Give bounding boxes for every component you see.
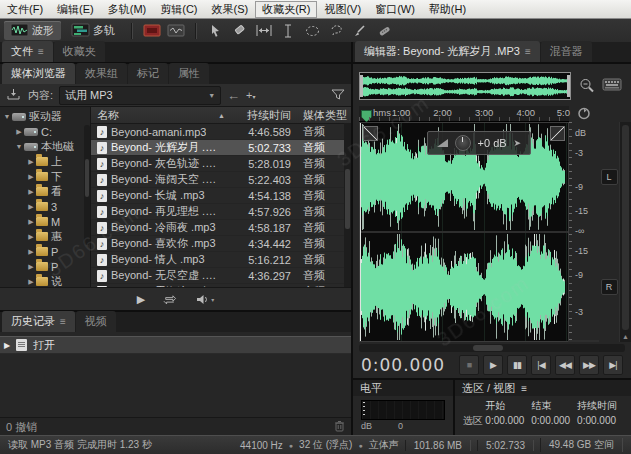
tree-disclosure-icon[interactable]: ▼ [14,143,24,150]
horizontal-scrollbar[interactable] [359,344,625,352]
timeline-ruler[interactable]: hms 1:002:003:004:005:0 [359,106,569,122]
import-icon[interactable] [6,88,22,103]
tree-item[interactable]: ▶ 看 [0,184,90,199]
zoom-icon[interactable] [579,78,595,95]
lasso-tool-icon[interactable] [326,22,346,39]
menu-item[interactable]: 编辑(E) [50,1,101,18]
menu-item[interactable]: 效果(S) [205,1,256,18]
tree-disclosure-icon[interactable]: ▶ [26,263,36,271]
media-browser-tab[interactable]: 属性 [169,63,209,84]
fade-out-handle[interactable] [550,126,565,141]
menu-item[interactable]: 收藏夹(R) [255,1,317,18]
move-tool-icon[interactable] [206,22,226,39]
menu-item[interactable]: 文件(F) [0,1,50,18]
selection-start-value[interactable]: 0:00.000 [485,415,531,426]
channel-right-waveform[interactable] [360,231,568,341]
spectral-display-icon[interactable] [142,22,162,39]
tree-disclosure-icon[interactable]: ▶ [26,158,36,166]
tree-disclosure-icon[interactable]: ▶ [26,248,36,256]
preview-play-button[interactable]: ▶ [137,293,145,306]
column-header-name[interactable]: 名称 ▲ [91,108,225,123]
menu-item[interactable]: 多轨(M) [101,1,154,18]
waveform-mode-button[interactable]: 波形 [4,21,61,40]
tree-item[interactable]: ▼ 驱动器 [0,109,90,124]
keyboard-shortcuts-icon[interactable] [603,78,621,95]
skip-to-start-button[interactable]: |◀ [531,355,551,375]
tree-item[interactable]: ▶ P [0,244,90,259]
overview-waveform[interactable] [359,72,571,100]
channel-left-button[interactable]: L [601,169,618,185]
media-browser-tab[interactable]: 媒体浏览器 [2,63,75,84]
hscroll-thumb[interactable] [473,345,502,351]
file-row[interactable]: Beyond- 长城 .mp3 4:54.138 音频 [91,188,351,204]
menu-item[interactable]: 窗口(W) [368,1,422,18]
tree-item[interactable]: ▶ 上 [0,154,90,169]
menu-item[interactable]: 帮助(H) [422,1,473,18]
fade-in-handle[interactable] [363,126,378,141]
tree-disclosure-icon[interactable]: ▶ [14,128,24,136]
tree-item[interactable]: ▶ 3 [0,199,90,214]
content-dropdown[interactable]: 试用 MP3 ▼ [59,86,221,105]
tree-item[interactable]: ▶ C: [0,124,90,139]
tree-disclosure-icon[interactable]: ▶ [26,203,36,211]
gain-knob[interactable] [455,135,471,151]
tab-mixer[interactable]: 混音器 [541,41,592,62]
fast-forward-button[interactable]: ▶▶ [579,355,599,375]
file-row[interactable]: Beyond- 冷雨夜 .mp3 4:58.187 音频 [91,220,351,236]
tree-disclosure-icon[interactable]: ▶ [26,233,36,241]
panel-menu-icon[interactable]: ≡ [521,383,527,394]
trash-icon[interactable] [334,420,345,434]
scroll-up-icon[interactable]: ▲ [622,333,629,340]
tree-disclosure-icon[interactable]: ▼ [2,113,12,120]
media-browser-tab[interactable]: 标记 [128,63,168,84]
volume-hud[interactable]: +0 dB ➤ [427,131,532,155]
tab-files[interactable]: 文件 ≡ [2,41,53,62]
file-row[interactable]: Beyond- 光辉岁月 .MP3 5:02.733 音频 [91,140,351,156]
hud-pin-icon[interactable]: ➤ [514,138,522,148]
tree-disclosure-icon[interactable]: ▶ [26,278,36,286]
file-table-scrollbar[interactable] [344,123,351,287]
selection-duration-value[interactable]: 0:00.000 [577,415,623,426]
playback-scroll-icon[interactable] [577,107,591,122]
preview-loop-button[interactable] [163,294,178,305]
pause-button[interactable]: ▮▮ [507,355,527,375]
panel-menu-icon[interactable]: ≡ [38,46,44,57]
menu-item[interactable]: 剪辑(C) [153,1,204,18]
tab-favorites[interactable]: 收藏夹 [54,41,105,62]
file-row[interactable]: Beyond- 再见理想 .mp3 4:57.926 音频 [91,204,351,220]
tab-history[interactable]: 历史记录 ≡ [2,311,75,332]
tree-item[interactable]: ▶ P [0,259,90,274]
skip-to-end-button[interactable]: ▶| [603,355,623,375]
file-row[interactable]: Beyond- 喜欢你 .mp3 4:34.442 音频 [91,236,351,252]
brush-tool-icon[interactable] [350,22,370,39]
heal-tool-icon[interactable] [374,22,394,39]
playhead-line[interactable] [360,123,361,341]
file-row[interactable]: Beyond- 情人 .mp3 5:16.212 音频 [91,252,351,268]
waveform-display[interactable]: +0 dB ➤ [359,122,568,342]
file-row[interactable]: Beyond- 海阔天空 .mp3 5:22.403 音频 [91,172,351,188]
rewind-button[interactable]: ◀◀ [555,355,575,375]
time-selection-tool-icon[interactable] [254,22,274,39]
tab-video[interactable]: 视频 [76,311,116,332]
vertical-scrollbar[interactable]: ▲ [619,122,631,342]
menu-item[interactable]: 视图(V) [317,1,368,18]
tree-disclosure-icon[interactable]: ▶ [26,173,36,181]
file-row[interactable]: Beyond-amani.mp3 4:46.589 音频 [91,124,351,140]
filter-icon[interactable] [331,89,345,102]
tree-disclosure-icon[interactable]: ▶ [26,218,36,226]
file-row[interactable]: Beyond- 无悔这一生 .mp3 3:58.811 音频 [91,284,351,287]
selection-end-value[interactable]: 0:00.000 [531,415,577,426]
tree-disclosure-icon[interactable]: ▶ [26,188,36,196]
preview-autoplay-speaker-icon[interactable]: ▾ [196,294,214,305]
tab-editor[interactable]: 编辑器: Beyond- 光辉岁月 .MP3 ≡ [355,41,540,62]
back-icon[interactable]: ← [227,88,240,103]
ibeam-tool-icon[interactable] [278,22,298,39]
tree-item[interactable]: ▶ 下 [0,169,90,184]
waveform-display-icon[interactable] [166,22,186,39]
add-shortcut-icon[interactable]: +▾ [246,89,255,101]
panel-menu-icon[interactable]: ≡ [525,46,531,57]
column-header-type[interactable]: 媒体类型 [299,108,351,123]
tree-item[interactable]: ▶ 说 [0,274,90,287]
tree-scrollbar[interactable] [84,125,90,245]
selection-view-title[interactable]: 选区 / 视图 ≡ [455,380,631,396]
